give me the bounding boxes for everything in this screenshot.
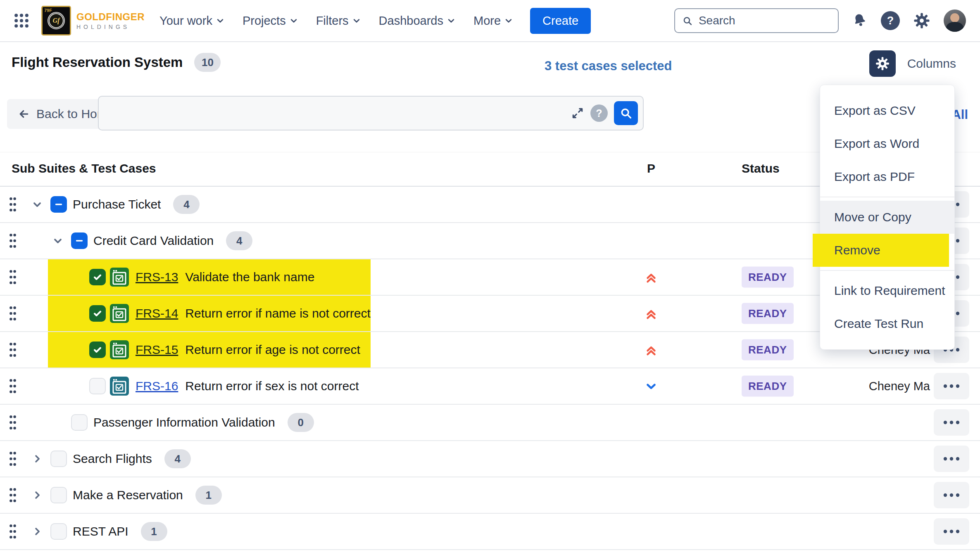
priority-low-icon — [638, 368, 664, 404]
menu-item-export-pdf[interactable]: Export as PDF — [820, 160, 954, 193]
suite-count-badge: 1 — [141, 522, 167, 541]
table-row-make-a-reservation: Make a Reservation 1 — [0, 477, 980, 514]
collapse-chevron-down-icon[interactable] — [52, 235, 64, 247]
chevron-down-icon — [290, 17, 298, 25]
settings-gear-icon[interactable] — [913, 12, 930, 29]
table-row-passenger-information-validation: Passenger Information Validation 0 — [0, 405, 980, 441]
filter-search-bar: ? — [98, 96, 644, 130]
arrow-left-icon — [18, 108, 30, 120]
test-case-key-link[interactable]: FRS-14 — [136, 306, 178, 320]
status-badge: READY — [742, 339, 794, 361]
menu-divider — [820, 270, 954, 271]
menu-item-remove[interactable]: Remove — [820, 234, 954, 267]
global-search-input[interactable] — [698, 14, 830, 28]
search-help-icon[interactable]: ? — [590, 104, 608, 122]
test-case-title: Return error if age is not correct — [185, 343, 360, 357]
suite-name[interactable]: Make a Reservation — [73, 488, 183, 502]
status-badge: READY — [742, 376, 794, 397]
priority-highest-icon — [638, 296, 664, 331]
chevron-down-icon — [216, 17, 224, 25]
table-row-search-flights: Search Flights 4 — [0, 441, 980, 477]
priority-highest-icon — [638, 259, 664, 295]
suite-checkbox-indeterminate[interactable] — [71, 232, 88, 249]
suite-checkbox-unchecked[interactable] — [50, 523, 67, 540]
test-case-title: Return error if sex is not correct — [185, 379, 359, 393]
test-case-title: Return error if name is not correct — [185, 306, 371, 320]
test-case-icon — [110, 268, 129, 287]
menu-item-link-to-requirement[interactable]: Link to Requirement — [820, 274, 954, 307]
collapse-chevron-down-icon[interactable] — [31, 199, 43, 210]
filter-search-input[interactable] — [105, 100, 556, 126]
menu-item-create-test-run[interactable]: Create Test Run — [820, 307, 954, 340]
suite-checkbox-unchecked[interactable] — [50, 487, 67, 503]
global-search[interactable] — [674, 8, 839, 33]
row-actions-context-menu: Export as CSV Export as Word Export as P… — [820, 85, 955, 350]
column-header-priority: P — [647, 161, 655, 176]
menu-item-export-csv[interactable]: Export as CSV — [820, 94, 954, 127]
table-row-frs-16: FRS-16 Return error if sex is not correc… — [0, 368, 980, 405]
logo-subtitle: HOLDINGS — [76, 24, 145, 30]
suite-checkbox-unchecked[interactable] — [71, 414, 88, 431]
nav-item-dashboards[interactable]: Dashboards — [379, 14, 455, 28]
row-actions-button[interactable] — [934, 409, 969, 436]
logo-title: GOLDFINGER — [76, 12, 145, 22]
nav-menu: Your work Projects Filters Dashboards Mo… — [159, 14, 513, 28]
test-case-key-link[interactable]: FRS-13 — [136, 270, 178, 284]
suite-name[interactable]: Purchase Ticket — [73, 197, 161, 211]
nav-item-filters[interactable]: Filters — [316, 14, 361, 28]
suite-count-badge: 0 — [288, 413, 314, 432]
suite-name[interactable]: Passenger Information Validation — [93, 415, 275, 429]
logo-mark: 79F Gf — [41, 6, 71, 36]
menu-item-move-or-copy[interactable]: Move or Copy — [820, 201, 954, 234]
chevron-down-icon — [447, 17, 455, 25]
create-button[interactable]: Create — [530, 8, 591, 34]
status-badge: READY — [742, 303, 794, 324]
nav-item-your-work[interactable]: Your work — [159, 14, 224, 28]
app-switcher-icon[interactable] — [12, 12, 31, 30]
page-title: Flight Reservation System — [12, 55, 183, 70]
user-avatar[interactable] — [944, 9, 966, 32]
suite-name[interactable]: Search Flights — [73, 452, 152, 466]
run-search-button[interactable] — [614, 101, 638, 125]
help-icon[interactable]: ? — [881, 11, 900, 30]
chevron-down-icon — [504, 17, 513, 25]
company-logo[interactable]: 79F Gf GOLDFINGER HOLDINGS — [41, 6, 145, 36]
row-actions-button[interactable] — [934, 518, 969, 545]
suite-checkbox-indeterminate[interactable] — [50, 196, 67, 213]
expand-chevron-right-icon[interactable] — [31, 453, 43, 465]
row-actions-button[interactable] — [934, 373, 969, 399]
test-checkbox-checked[interactable] — [89, 269, 106, 285]
test-checkbox-checked[interactable] — [89, 342, 106, 358]
selection-count-text: 3 test cases selected — [545, 59, 672, 74]
suite-name[interactable]: REST API — [73, 524, 128, 538]
test-checkbox-checked[interactable] — [89, 305, 106, 322]
expand-chevron-right-icon[interactable] — [31, 489, 43, 501]
column-header-status: Status — [742, 161, 780, 176]
column-header-suites: Sub Suites & Test Cases — [12, 161, 156, 176]
nav-item-more[interactable]: More — [473, 14, 513, 28]
expand-search-icon[interactable] — [571, 107, 584, 120]
test-checkbox-unchecked[interactable] — [89, 378, 106, 394]
priority-highest-icon — [638, 332, 664, 368]
menu-item-export-word[interactable]: Export as Word — [820, 127, 954, 160]
notifications-bell-icon[interactable] — [852, 13, 868, 28]
suite-count-badge: 1 — [195, 486, 222, 505]
chevron-down-icon — [352, 17, 361, 25]
suite-count-badge: 4 — [173, 195, 200, 214]
status-badge: READY — [742, 267, 794, 288]
columns-label: Columns — [907, 57, 956, 71]
row-actions-button[interactable] — [934, 446, 969, 472]
search-icon — [683, 15, 692, 26]
test-case-title: Validate the bank name — [185, 270, 314, 284]
suite-name[interactable]: Credit Card Validation — [93, 234, 214, 248]
test-case-icon — [110, 304, 129, 323]
nav-item-projects[interactable]: Projects — [243, 14, 298, 28]
assignee-name: Cheney Ma — [869, 379, 930, 393]
columns-settings-button[interactable] — [869, 50, 896, 77]
suite-count-badge: 4 — [164, 449, 191, 468]
test-case-key-link[interactable]: FRS-16 — [136, 379, 178, 393]
row-actions-button[interactable] — [934, 482, 969, 508]
suite-checkbox-unchecked[interactable] — [50, 451, 67, 467]
test-case-key-link[interactable]: FRS-15 — [136, 343, 178, 357]
expand-chevron-right-icon[interactable] — [31, 526, 43, 537]
